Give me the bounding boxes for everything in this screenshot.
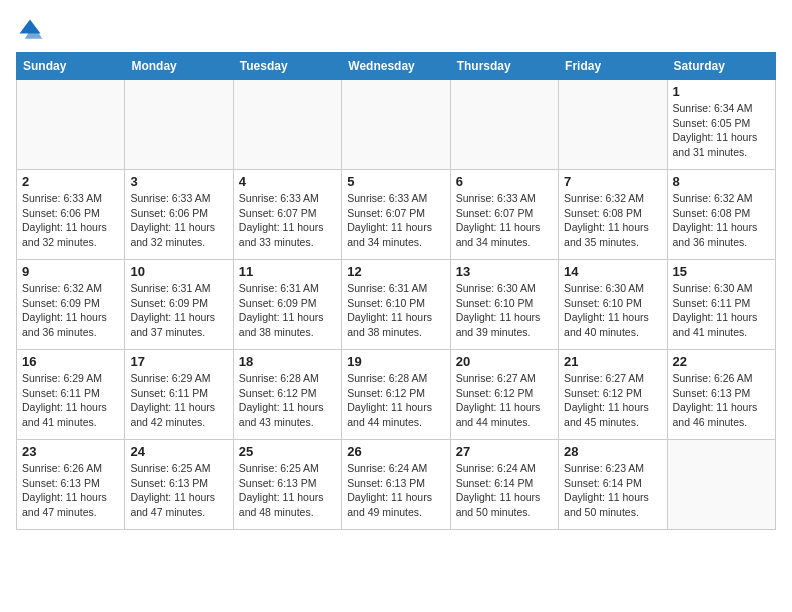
calendar-cell: 23Sunrise: 6:26 AM Sunset: 6:13 PM Dayli…	[17, 440, 125, 530]
day-detail: Sunrise: 6:24 AM Sunset: 6:14 PM Dayligh…	[456, 461, 553, 520]
day-number: 25	[239, 444, 336, 459]
day-detail: Sunrise: 6:31 AM Sunset: 6:09 PM Dayligh…	[239, 281, 336, 340]
day-number: 18	[239, 354, 336, 369]
header-monday: Monday	[125, 53, 233, 80]
calendar-cell	[450, 80, 558, 170]
day-number: 15	[673, 264, 770, 279]
day-detail: Sunrise: 6:32 AM Sunset: 6:09 PM Dayligh…	[22, 281, 119, 340]
day-detail: Sunrise: 6:33 AM Sunset: 6:07 PM Dayligh…	[239, 191, 336, 250]
calendar-cell: 22Sunrise: 6:26 AM Sunset: 6:13 PM Dayli…	[667, 350, 775, 440]
day-number: 6	[456, 174, 553, 189]
logo	[16, 16, 48, 44]
day-detail: Sunrise: 6:31 AM Sunset: 6:09 PM Dayligh…	[130, 281, 227, 340]
day-detail: Sunrise: 6:29 AM Sunset: 6:11 PM Dayligh…	[130, 371, 227, 430]
day-detail: Sunrise: 6:32 AM Sunset: 6:08 PM Dayligh…	[673, 191, 770, 250]
week-row-2: 2Sunrise: 6:33 AM Sunset: 6:06 PM Daylig…	[17, 170, 776, 260]
day-number: 3	[130, 174, 227, 189]
day-number: 8	[673, 174, 770, 189]
calendar-cell: 1Sunrise: 6:34 AM Sunset: 6:05 PM Daylig…	[667, 80, 775, 170]
day-number: 17	[130, 354, 227, 369]
day-number: 27	[456, 444, 553, 459]
calendar-cell: 15Sunrise: 6:30 AM Sunset: 6:11 PM Dayli…	[667, 260, 775, 350]
day-number: 20	[456, 354, 553, 369]
day-number: 16	[22, 354, 119, 369]
day-detail: Sunrise: 6:33 AM Sunset: 6:06 PM Dayligh…	[22, 191, 119, 250]
day-detail: Sunrise: 6:25 AM Sunset: 6:13 PM Dayligh…	[130, 461, 227, 520]
day-detail: Sunrise: 6:26 AM Sunset: 6:13 PM Dayligh…	[22, 461, 119, 520]
calendar-cell: 28Sunrise: 6:23 AM Sunset: 6:14 PM Dayli…	[559, 440, 667, 530]
calendar-cell: 9Sunrise: 6:32 AM Sunset: 6:09 PM Daylig…	[17, 260, 125, 350]
day-number: 26	[347, 444, 444, 459]
calendar-table: SundayMondayTuesdayWednesdayThursdayFrid…	[16, 52, 776, 530]
logo-icon	[16, 16, 44, 44]
week-row-5: 23Sunrise: 6:26 AM Sunset: 6:13 PM Dayli…	[17, 440, 776, 530]
day-detail: Sunrise: 6:24 AM Sunset: 6:13 PM Dayligh…	[347, 461, 444, 520]
calendar-cell: 4Sunrise: 6:33 AM Sunset: 6:07 PM Daylig…	[233, 170, 341, 260]
day-detail: Sunrise: 6:33 AM Sunset: 6:06 PM Dayligh…	[130, 191, 227, 250]
page-header	[16, 16, 776, 44]
calendar-cell: 3Sunrise: 6:33 AM Sunset: 6:06 PM Daylig…	[125, 170, 233, 260]
day-detail: Sunrise: 6:29 AM Sunset: 6:11 PM Dayligh…	[22, 371, 119, 430]
calendar-cell: 16Sunrise: 6:29 AM Sunset: 6:11 PM Dayli…	[17, 350, 125, 440]
day-number: 4	[239, 174, 336, 189]
day-number: 23	[22, 444, 119, 459]
calendar-cell: 26Sunrise: 6:24 AM Sunset: 6:13 PM Dayli…	[342, 440, 450, 530]
calendar-cell: 20Sunrise: 6:27 AM Sunset: 6:12 PM Dayli…	[450, 350, 558, 440]
day-detail: Sunrise: 6:28 AM Sunset: 6:12 PM Dayligh…	[347, 371, 444, 430]
day-number: 1	[673, 84, 770, 99]
day-number: 28	[564, 444, 661, 459]
header-saturday: Saturday	[667, 53, 775, 80]
calendar-cell: 21Sunrise: 6:27 AM Sunset: 6:12 PM Dayli…	[559, 350, 667, 440]
day-number: 22	[673, 354, 770, 369]
day-detail: Sunrise: 6:33 AM Sunset: 6:07 PM Dayligh…	[456, 191, 553, 250]
header-wednesday: Wednesday	[342, 53, 450, 80]
day-number: 9	[22, 264, 119, 279]
calendar-cell: 19Sunrise: 6:28 AM Sunset: 6:12 PM Dayli…	[342, 350, 450, 440]
day-number: 12	[347, 264, 444, 279]
calendar-cell: 10Sunrise: 6:31 AM Sunset: 6:09 PM Dayli…	[125, 260, 233, 350]
day-detail: Sunrise: 6:30 AM Sunset: 6:10 PM Dayligh…	[564, 281, 661, 340]
calendar-cell: 27Sunrise: 6:24 AM Sunset: 6:14 PM Dayli…	[450, 440, 558, 530]
week-row-3: 9Sunrise: 6:32 AM Sunset: 6:09 PM Daylig…	[17, 260, 776, 350]
calendar-cell: 12Sunrise: 6:31 AM Sunset: 6:10 PM Dayli…	[342, 260, 450, 350]
calendar-cell: 18Sunrise: 6:28 AM Sunset: 6:12 PM Dayli…	[233, 350, 341, 440]
header-thursday: Thursday	[450, 53, 558, 80]
day-detail: Sunrise: 6:30 AM Sunset: 6:10 PM Dayligh…	[456, 281, 553, 340]
day-detail: Sunrise: 6:25 AM Sunset: 6:13 PM Dayligh…	[239, 461, 336, 520]
day-number: 24	[130, 444, 227, 459]
week-row-4: 16Sunrise: 6:29 AM Sunset: 6:11 PM Dayli…	[17, 350, 776, 440]
header-tuesday: Tuesday	[233, 53, 341, 80]
calendar-cell	[125, 80, 233, 170]
calendar-header-row: SundayMondayTuesdayWednesdayThursdayFrid…	[17, 53, 776, 80]
day-number: 14	[564, 264, 661, 279]
calendar-cell: 6Sunrise: 6:33 AM Sunset: 6:07 PM Daylig…	[450, 170, 558, 260]
calendar-cell: 8Sunrise: 6:32 AM Sunset: 6:08 PM Daylig…	[667, 170, 775, 260]
calendar-cell: 14Sunrise: 6:30 AM Sunset: 6:10 PM Dayli…	[559, 260, 667, 350]
day-detail: Sunrise: 6:28 AM Sunset: 6:12 PM Dayligh…	[239, 371, 336, 430]
day-number: 5	[347, 174, 444, 189]
calendar-cell: 2Sunrise: 6:33 AM Sunset: 6:06 PM Daylig…	[17, 170, 125, 260]
day-number: 7	[564, 174, 661, 189]
calendar-cell	[667, 440, 775, 530]
calendar-cell: 11Sunrise: 6:31 AM Sunset: 6:09 PM Dayli…	[233, 260, 341, 350]
day-number: 19	[347, 354, 444, 369]
calendar-cell: 25Sunrise: 6:25 AM Sunset: 6:13 PM Dayli…	[233, 440, 341, 530]
day-detail: Sunrise: 6:31 AM Sunset: 6:10 PM Dayligh…	[347, 281, 444, 340]
header-friday: Friday	[559, 53, 667, 80]
day-detail: Sunrise: 6:34 AM Sunset: 6:05 PM Dayligh…	[673, 101, 770, 160]
day-number: 11	[239, 264, 336, 279]
day-detail: Sunrise: 6:26 AM Sunset: 6:13 PM Dayligh…	[673, 371, 770, 430]
day-number: 10	[130, 264, 227, 279]
calendar-cell	[559, 80, 667, 170]
day-detail: Sunrise: 6:27 AM Sunset: 6:12 PM Dayligh…	[564, 371, 661, 430]
day-detail: Sunrise: 6:27 AM Sunset: 6:12 PM Dayligh…	[456, 371, 553, 430]
calendar-cell	[342, 80, 450, 170]
day-detail: Sunrise: 6:33 AM Sunset: 6:07 PM Dayligh…	[347, 191, 444, 250]
week-row-1: 1Sunrise: 6:34 AM Sunset: 6:05 PM Daylig…	[17, 80, 776, 170]
day-detail: Sunrise: 6:32 AM Sunset: 6:08 PM Dayligh…	[564, 191, 661, 250]
calendar-cell: 13Sunrise: 6:30 AM Sunset: 6:10 PM Dayli…	[450, 260, 558, 350]
calendar-cell: 17Sunrise: 6:29 AM Sunset: 6:11 PM Dayli…	[125, 350, 233, 440]
calendar-cell	[17, 80, 125, 170]
day-number: 2	[22, 174, 119, 189]
calendar-cell	[233, 80, 341, 170]
